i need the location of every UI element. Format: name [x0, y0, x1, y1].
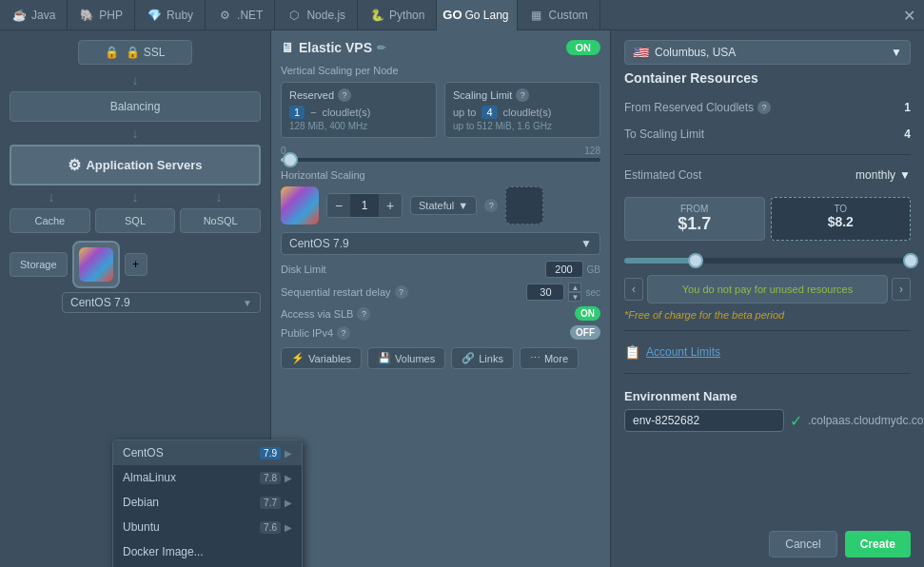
os-item-docker[interactable]: Docker Image... [113, 539, 302, 564]
reserved-help-icon[interactable]: ? [338, 88, 351, 102]
tab-ruby[interactable]: 💎 Ruby [135, 0, 206, 30]
arrow-down-1: ↓ [10, 72, 261, 88]
cache-node[interactable]: Cache [10, 208, 90, 233]
env-name-section: Environment Name ✓ .colpaas.cloudmydc.co… [624, 389, 911, 432]
carousel-prev[interactable]: ‹ [624, 278, 643, 301]
carousel-next[interactable]: › [892, 278, 911, 301]
cost-range-slider[interactable] [624, 258, 911, 264]
tab-python[interactable]: 🐍 Python [358, 0, 437, 30]
centos-select-trigger[interactable]: CentOS 7.9 ▼ [62, 292, 261, 313]
main-area: 🔒 🔒 SSL ↓ Balancing ↓ ⚙ Application Serv… [0, 30, 924, 567]
tab-golang[interactable]: GO Go Lang [437, 0, 517, 30]
scaling-slider[interactable]: 0 128 [281, 146, 600, 162]
tab-php[interactable]: 🐘 PHP [68, 0, 135, 30]
links-icon: 🔗 [462, 352, 475, 364]
storage-row: Storage + [10, 241, 261, 288]
links-tab[interactable]: 🔗 Links [451, 347, 514, 369]
slb-row: Access via SLB ? ON [281, 306, 600, 321]
ssl-button[interactable]: 🔒 🔒 SSL [78, 40, 192, 65]
tab-dotnet[interactable]: ⚙ .NET [206, 0, 275, 30]
minus-icon[interactable]: − [310, 107, 316, 118]
reserved-sub-info: 128 MiB, 400 MHz [289, 121, 428, 131]
ipv4-help-icon[interactable]: ? [337, 326, 350, 340]
region-selector[interactable]: 🇺🇸 Columbus, USA ▼ [624, 40, 911, 65]
ipv4-toggle[interactable]: OFF [570, 325, 600, 340]
node-arrows: ↓↓↓ [10, 189, 261, 205]
env-name-title: Environment Name [624, 389, 911, 403]
more-tab[interactable]: ⋯ More [520, 347, 579, 369]
env-name-input[interactable] [624, 409, 784, 432]
env-domain-text: .colpaas.cloudmydc.com [808, 414, 924, 427]
range-thumb-left[interactable] [688, 253, 703, 268]
os-item-centos[interactable]: CentOS 7.9 ▶ [113, 440, 302, 465]
tab-java[interactable]: ☕ Java [0, 0, 68, 30]
cancel-button[interactable]: Cancel [769, 531, 836, 557]
os-item-ubuntu[interactable]: Ubuntu 7.6 ▶ [113, 515, 302, 539]
slider-thumb[interactable] [283, 152, 298, 167]
reserved-cloudlets-row: From Reserved Cloudlets ? 1 [624, 101, 911, 114]
centos-node[interactable] [72, 241, 120, 288]
price-range: FROM $1.7 TO $8.2 [624, 197, 911, 241]
node-count-stepper[interactable]: − 1 + [326, 193, 403, 218]
close-button[interactable]: ✕ [894, 0, 924, 30]
stepper-plus[interactable]: + [379, 194, 402, 217]
account-limits-icon: 📋 [624, 344, 640, 360]
panel-header: 🖥 Elastic VPS ✏ ON [281, 40, 600, 55]
divider-3 [624, 373, 911, 374]
reserved-cloudlets-help[interactable]: ? [757, 101, 771, 114]
create-button[interactable]: Create [845, 531, 911, 557]
slb-toggle[interactable]: ON [575, 306, 600, 321]
unused-resources-carousel: ‹ You do not pay for unused resources › [624, 275, 911, 303]
bottom-action-tabs: ⚡ Variables 💾 Volumes 🔗 Links ⋯ More [281, 347, 600, 369]
slb-help-icon[interactable]: ? [357, 307, 370, 321]
horizontal-label: Horizontal Scaling [281, 169, 600, 181]
right-panel: 🇺🇸 Columbus, USA ▼ Container Resources F… [610, 30, 924, 567]
tab-custom[interactable]: ▦ Custom [518, 0, 600, 30]
centos-submenu-arrow: ▶ [285, 448, 292, 459]
stateful-button[interactable]: Stateful ▼ [410, 196, 477, 215]
top-tab-bar: ☕ Java 🐘 PHP 💎 Ruby ⚙ .NET ⬡ Node.js 🐍 P… [0, 0, 924, 30]
variables-tab[interactable]: ⚡ Variables [281, 347, 362, 369]
disk-limit-input[interactable]: 200 [545, 261, 583, 278]
estimated-cost-row: Estimated Cost monthly ▼ [624, 168, 911, 182]
ubuntu-submenu-arrow: ▶ [285, 522, 292, 533]
python-icon: 🐍 [369, 8, 384, 23]
scaling-limit-help-icon[interactable]: ? [516, 88, 529, 102]
java-icon: ☕ [11, 8, 27, 23]
power-toggle[interactable]: ON [566, 40, 601, 55]
sql-node[interactable]: SQL [95, 208, 176, 233]
restart-help-icon[interactable]: ? [395, 285, 408, 299]
env-name-row: ✓ .colpaas.cloudmydc.com [624, 409, 911, 432]
volumes-tab[interactable]: 💾 Volumes [367, 347, 445, 369]
storage-node[interactable]: Storage [10, 252, 68, 277]
stateful-help-icon[interactable]: ? [484, 199, 498, 212]
add-node-button[interactable]: + [125, 253, 147, 276]
extra-node-placeholder [505, 186, 543, 225]
range-thumb-right[interactable] [903, 253, 918, 268]
restart-delay-input[interactable]: 30 [526, 284, 564, 301]
os-item-debian[interactable]: Debian 7.7 ▶ [113, 490, 302, 515]
dotnet-icon: ⚙ [217, 8, 232, 23]
stepper-minus[interactable]: − [327, 194, 350, 217]
more-icon: ⋯ [530, 352, 541, 364]
arrow-down-2: ↓ [10, 126, 261, 141]
os-select-button[interactable]: CentOS 7.9 ▼ [281, 232, 600, 255]
tab-nodejs[interactable]: ⬡ Node.js [275, 0, 358, 30]
account-limits-link[interactable]: Account Limits [646, 345, 720, 359]
divider-1 [624, 154, 911, 155]
to-price-value: $8.2 [779, 214, 903, 229]
app-server-node[interactable]: ⚙ Application Servers [10, 145, 261, 186]
scaling-limit-sub-info: up to 512 MiB, 1.6 GHz [453, 121, 592, 131]
os-item-almalinux[interactable]: AlmaLinux 7.8 ▶ [113, 465, 302, 490]
nosql-node[interactable]: NoSQL [180, 208, 261, 233]
cost-period-selector[interactable]: monthly ▼ [855, 168, 911, 182]
balancing-node[interactable]: Balancing [10, 91, 261, 122]
account-limits-row: 📋 Account Limits [624, 344, 911, 360]
panel-title: 🖥 Elastic VPS ✏ [281, 40, 385, 55]
region-dropdown-arrow: ▼ [891, 46, 902, 59]
edit-icon[interactable]: ✏ [377, 42, 385, 54]
debian-submenu-arrow: ▶ [285, 498, 292, 508]
spin-down[interactable]: ▼ [568, 292, 581, 302]
divider-2 [624, 330, 911, 331]
spin-up[interactable]: ▲ [568, 283, 581, 292]
